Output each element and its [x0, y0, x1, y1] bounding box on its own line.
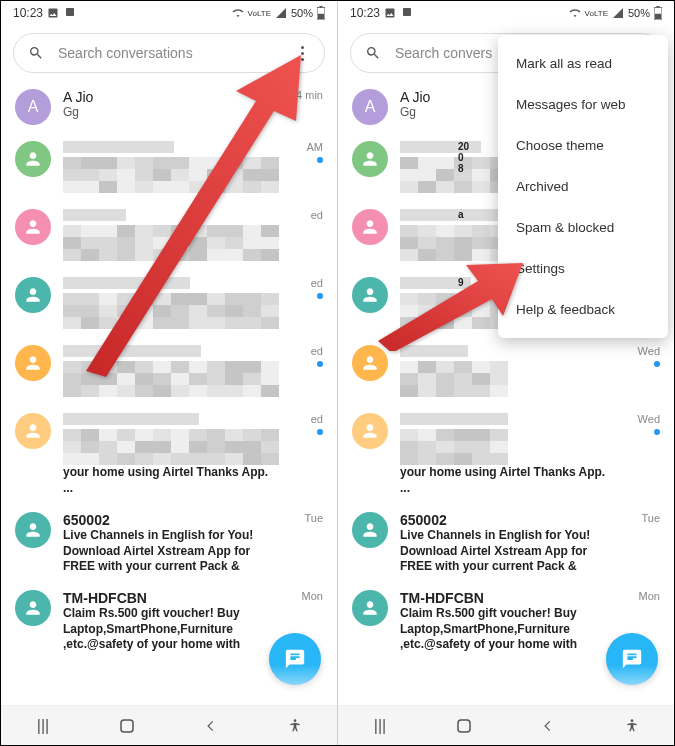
- compose-fab[interactable]: [606, 633, 658, 685]
- timestamp: Tue: [620, 512, 660, 524]
- status-pic-icon: [47, 7, 59, 19]
- timestamp: 24 min: [283, 89, 323, 101]
- volte-label: VoLTE: [248, 9, 271, 18]
- avatar: [15, 141, 51, 177]
- svg-rect-7: [655, 14, 661, 19]
- status-time: 10:23: [350, 6, 380, 20]
- unread-dot: [317, 361, 323, 367]
- signal-icon: [612, 7, 624, 19]
- timestamp: Wed: [620, 413, 660, 435]
- avatar: [352, 277, 388, 313]
- conversation-list[interactable]: AA JioGg24 minAMedededyour home using Ai…: [1, 81, 337, 705]
- nav-recent[interactable]: |||: [368, 714, 392, 738]
- menu-item-choose-theme[interactable]: Choose theme: [498, 125, 668, 166]
- battery-icon: [317, 6, 325, 20]
- menu-item-help-feedback[interactable]: Help & feedback: [498, 289, 668, 330]
- timestamp: AM: [283, 141, 323, 163]
- conversation-row[interactable]: your home using Airtel Thanks App. ...We…: [338, 405, 674, 504]
- nav-bar: |||: [1, 705, 337, 745]
- more-options-button[interactable]: [294, 46, 310, 61]
- nav-bar: |||: [338, 705, 674, 745]
- conversation-row[interactable]: Wed: [338, 337, 674, 405]
- options-menu: Mark all as readMessages for webChoose t…: [498, 35, 668, 338]
- avatar: [352, 141, 388, 177]
- compose-fab[interactable]: [269, 633, 321, 685]
- wifi-icon: [232, 7, 244, 19]
- avatar: A: [352, 89, 388, 125]
- avatar: [352, 345, 388, 381]
- search-placeholder: Search conversations: [58, 45, 280, 61]
- timestamp: ed: [283, 277, 323, 299]
- battery-text: 50%: [291, 7, 313, 19]
- battery-text: 50%: [628, 7, 650, 19]
- conversation-row[interactable]: your home using Airtel Thanks App. ...ed: [1, 405, 337, 504]
- nav-accessibility[interactable]: [283, 714, 307, 738]
- search-icon: [28, 45, 44, 61]
- avatar: [352, 413, 388, 449]
- nav-recent[interactable]: |||: [31, 714, 55, 738]
- chat-icon: [621, 648, 643, 670]
- avatar: [15, 209, 51, 245]
- nav-back[interactable]: [199, 714, 223, 738]
- nav-home[interactable]: [115, 714, 139, 738]
- unread-dot: [317, 429, 323, 435]
- menu-item-archived[interactable]: Archived: [498, 166, 668, 207]
- svg-rect-3: [121, 720, 133, 732]
- volte-label: VoLTE: [585, 9, 608, 18]
- timestamp: ed: [283, 413, 323, 435]
- conversation-row[interactable]: ed: [1, 269, 337, 337]
- svg-rect-8: [458, 720, 470, 732]
- conversation-row[interactable]: ed: [1, 201, 337, 269]
- svg-point-9: [631, 719, 634, 722]
- menu-item-mark-all-as-read[interactable]: Mark all as read: [498, 43, 668, 84]
- chat-icon: [284, 648, 306, 670]
- status-pic-icon2: [400, 7, 412, 19]
- menu-item-messages-for-web[interactable]: Messages for web: [498, 84, 668, 125]
- status-bar: 10:23 VoLTE 50%: [1, 1, 337, 25]
- menu-item-spam-blocked[interactable]: Spam & blocked: [498, 207, 668, 248]
- avatar: [15, 413, 51, 449]
- conversation-row[interactable]: AA JioGg24 min: [1, 81, 337, 133]
- unread-dot: [317, 293, 323, 299]
- timestamp: Tue: [283, 512, 323, 524]
- timestamp: Mon: [283, 590, 323, 602]
- conversation-row[interactable]: AM: [1, 133, 337, 201]
- conversation-row[interactable]: 650002Live Channels in English for You! …: [338, 504, 674, 582]
- timestamp: ed: [283, 345, 323, 367]
- search-bar[interactable]: Search conversations: [13, 33, 325, 73]
- avatar: [352, 590, 388, 626]
- unread-dot: [654, 361, 660, 367]
- svg-rect-6: [656, 6, 659, 8]
- wifi-icon: [569, 7, 581, 19]
- signal-icon: [275, 7, 287, 19]
- status-pic-icon2: [63, 7, 75, 19]
- battery-icon: [654, 6, 662, 20]
- avatar: [352, 209, 388, 245]
- phone-left: 10:23 VoLTE 50% Search conversations AA …: [1, 1, 338, 745]
- search-icon: [365, 45, 381, 61]
- svg-point-4: [294, 719, 297, 722]
- conversation-row[interactable]: 650002Live Channels in English for You! …: [1, 504, 337, 582]
- avatar: [15, 590, 51, 626]
- status-bar: 10:23 VoLTE 50%: [338, 1, 674, 25]
- status-time: 10:23: [13, 6, 43, 20]
- status-pic-icon: [384, 7, 396, 19]
- nav-back[interactable]: [536, 714, 560, 738]
- timestamp: Wed: [620, 345, 660, 367]
- menu-item-settings[interactable]: Settings: [498, 248, 668, 289]
- timestamp: ed: [283, 209, 323, 221]
- unread-dot: [654, 429, 660, 435]
- avatar: [15, 277, 51, 313]
- nav-home[interactable]: [452, 714, 476, 738]
- nav-accessibility[interactable]: [620, 714, 644, 738]
- svg-rect-2: [318, 14, 324, 19]
- conversation-row[interactable]: ed: [1, 337, 337, 405]
- avatar: A: [15, 89, 51, 125]
- avatar: [15, 512, 51, 548]
- unread-dot: [317, 157, 323, 163]
- phone-right: 10:23 VoLTE 50% Search convers AA JioGg2…: [338, 1, 674, 745]
- avatar: [352, 512, 388, 548]
- avatar: [15, 345, 51, 381]
- svg-rect-1: [319, 6, 322, 8]
- timestamp: Mon: [620, 590, 660, 602]
